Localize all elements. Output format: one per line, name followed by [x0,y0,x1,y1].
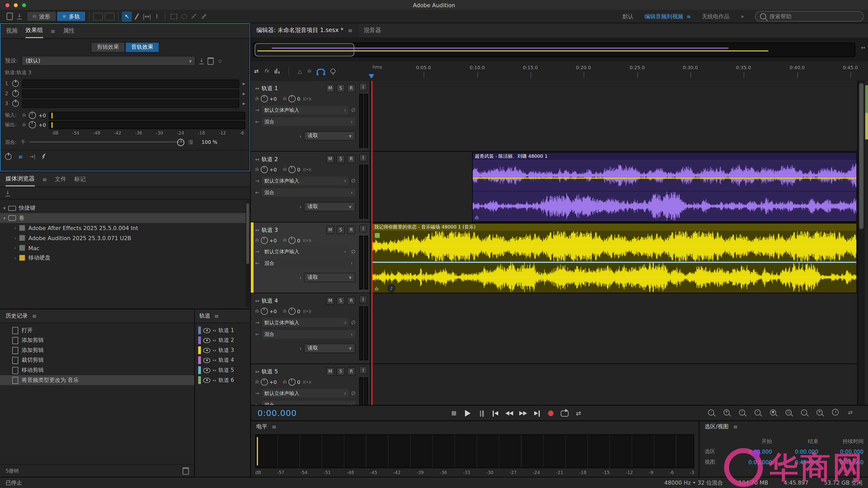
fx-power-icon[interactable] [12,100,19,107]
track-header[interactable]: ↔ 轨道 4 M S R ılı +0 ılı [251,293,370,364]
tab-effects-rack[interactable]: 效果组 [26,24,43,38]
tree-row-shortcuts[interactable]: ▾ 快捷键 [0,203,250,213]
solo-button[interactable]: S [337,155,345,163]
tab-markers[interactable]: 标记 [74,175,86,183]
fx-slot[interactable]: 3 ▸ [1,98,250,108]
fx-slot[interactable]: 2 ▸ [1,89,250,99]
volume-value[interactable]: +0 [270,308,277,314]
mute-button[interactable]: M [326,226,334,234]
pause-button[interactable] [475,408,488,418]
io-arrows-icon[interactable]: ⇄ [848,409,853,416]
track-name[interactable]: 轨道 4 [262,297,278,305]
tab-files[interactable]: 文件 [55,175,66,183]
search-help-box[interactable]: 搜索帮助 [755,11,864,22]
volume-knob[interactable] [261,379,268,386]
overflow-chevrons-icon[interactable]: » [741,13,744,20]
fx-slot[interactable]: 1 ▸ [1,78,250,89]
solo-button[interactable]: S [337,226,345,234]
history-item[interactable]: ▶ 将音频类型更改为 音乐 [0,375,194,385]
rack-list-icon[interactable]: ≡ [18,154,23,160]
workspace-radio[interactable]: 无线电作品 [702,12,730,20]
tree-row-volumes[interactable]: ▾ 卷 [0,213,250,223]
lasso-tool[interactable] [179,11,189,22]
go-to-end-button[interactable] [531,408,543,418]
monitor-headphones-icon[interactable] [317,68,325,73]
close-window-button[interactable] [5,3,9,7]
pencil-tool[interactable] [189,11,199,22]
tracks-list-item[interactable]: ↔ 轨道 1 [195,325,250,335]
panel-menu-icon[interactable]: ≡ [214,313,219,319]
clip-effects-button[interactable]: 剪辑效果 [91,42,125,53]
zoom-out-amplitude-icon[interactable]: - [801,409,807,416]
history-item[interactable]: ▶ 打开 [0,325,194,335]
track-visibility-icon[interactable] [203,368,210,372]
track-effects-button[interactable]: 音轨效果 [125,42,159,53]
track-visibility-icon[interactable] [203,348,210,353]
mute-button[interactable]: M [326,155,334,163]
zoom-in-icon[interactable]: + [723,409,730,416]
tree-row-volume-item[interactable]: › Mac [0,243,250,253]
time-display[interactable]: 0:00.000 [257,408,297,418]
tracks-list-item[interactable]: ↔ 轨道 6 [195,375,250,385]
automation-mode-select[interactable]: 读取 ▾ [304,131,355,140]
monitor-input-button[interactable]: I [359,295,367,303]
track-color-chip[interactable] [198,356,201,364]
media-scrollbar[interactable] [246,201,250,307]
rack-prefader-icon[interactable] [42,154,46,160]
volume-value[interactable]: +0 [270,237,277,243]
track-color-chip[interactable] [198,376,201,384]
tab-video[interactable]: 视频 [6,27,18,35]
track-name[interactable]: 轨道 1 [262,85,278,92]
pan-knob[interactable] [288,166,296,173]
track-header[interactable]: ↔ 轨道 5 M S R ılı +0 ılı [251,364,370,405]
frames-icon[interactable] [105,12,115,20]
stop-button[interactable] [448,408,460,418]
no-output-icon[interactable]: ∅ [351,249,355,254]
loop-playback-button[interactable] [559,408,571,418]
automation-mode-select[interactable]: 读取 ▾ [304,344,355,353]
zoom-out-icon[interactable]: - [708,409,714,416]
track-header[interactable]: ↔ 轨道 3 M S R ılı +0 ılı [251,222,370,293]
move-tool[interactable]: ↖ [122,11,132,22]
rack-power-icon[interactable] [5,153,11,160]
tab-editor[interactable]: 编辑器: 未命名混音项目 1.sesx * [256,27,343,34]
clip-edit-icon[interactable] [375,233,380,238]
arpeggio-icon[interactable]: ılı [308,68,311,73]
track-name[interactable]: 轨道 5 [262,368,278,376]
panel-menu-icon[interactable]: ≡ [42,176,47,183]
track-input-select[interactable]: 默认立体声输入 › [262,247,349,256]
volume-value[interactable]: +0 [270,96,277,101]
zoom-in-amplitude-icon[interactable]: + [816,409,823,416]
favorite-icon[interactable]: ☆ [218,58,222,64]
waveform-view-button[interactable]: ılı 波形 [27,11,56,22]
monitor-input-button[interactable]: I [359,83,367,91]
fx-slot-arrow-icon[interactable]: ▸ [243,91,245,96]
track-lane[interactable] [370,81,858,152]
view-duration[interactable]: 0:45.660 [818,459,864,465]
tracks-list-item[interactable]: ↔ 轨道 3 [195,345,250,355]
track-input-select[interactable]: 默认立体声输入 › [262,389,349,398]
workspace-default[interactable]: 默认 [622,12,633,20]
automation-chevron-icon[interactable]: › [300,275,302,280]
track-name[interactable]: 轨道 2 [262,155,278,163]
tracks-list-item[interactable]: ↔ 轨道 5 [195,365,250,375]
chevron-right-icon[interactable]: › [14,235,16,240]
selection-end[interactable]: 0:00.000 [772,449,818,455]
track-lane[interactable] [370,364,858,405]
workspace-menu-icon[interactable]: ≡ [687,14,691,19]
monitor-input-button[interactable]: I [359,225,367,232]
track-input-select[interactable]: 默认立体声输入 › [262,106,349,115]
arm-button[interactable]: R [347,226,355,234]
chevron-right-icon[interactable]: › [14,245,16,250]
fx-toggle-icon[interactable]: fx [264,68,269,74]
track-output-select[interactable]: 混合 › [262,117,355,126]
pan-value[interactable]: 0 [297,167,300,172]
snap-toggle-icon[interactable]: ⇄ [254,68,259,74]
marker-icon[interactable] [331,68,336,73]
volume-knob[interactable] [261,95,268,102]
fast-forward-button[interactable] [517,408,529,418]
zoom-selection-left-icon[interactable]: ‹ [739,409,745,416]
arm-button[interactable]: R [347,367,355,376]
automation-chevron-icon[interactable]: › [300,133,302,138]
tree-row-volume-item[interactable]: › 移动硬盘 [0,253,250,263]
